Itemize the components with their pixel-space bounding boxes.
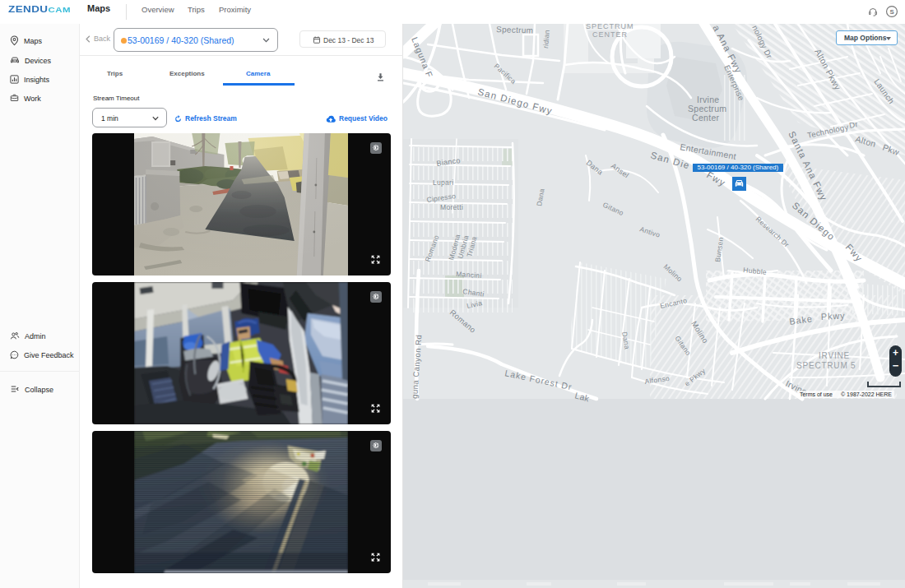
svg-text:SPECTRUM 5: SPECTRUM 5	[796, 361, 856, 370]
svg-text:SPECTRUM: SPECTRUM	[586, 24, 634, 30]
svg-text:S: S	[889, 8, 893, 16]
svg-text:ridian: ridian	[541, 30, 551, 49]
svg-text:Center: Center	[692, 113, 720, 123]
svg-text:Dr: Dr	[848, 119, 859, 130]
svg-text:IRVINE: IRVINE	[819, 351, 850, 360]
svg-text:CENTER: CENTER	[592, 30, 628, 39]
svg-text:Pkwy: Pkwy	[820, 310, 845, 322]
svg-text:Lupari: Lupari	[433, 178, 453, 187]
svg-text:Spectrum: Spectrum	[496, 25, 534, 35]
svg-text:Moretti: Moretti	[440, 203, 463, 211]
